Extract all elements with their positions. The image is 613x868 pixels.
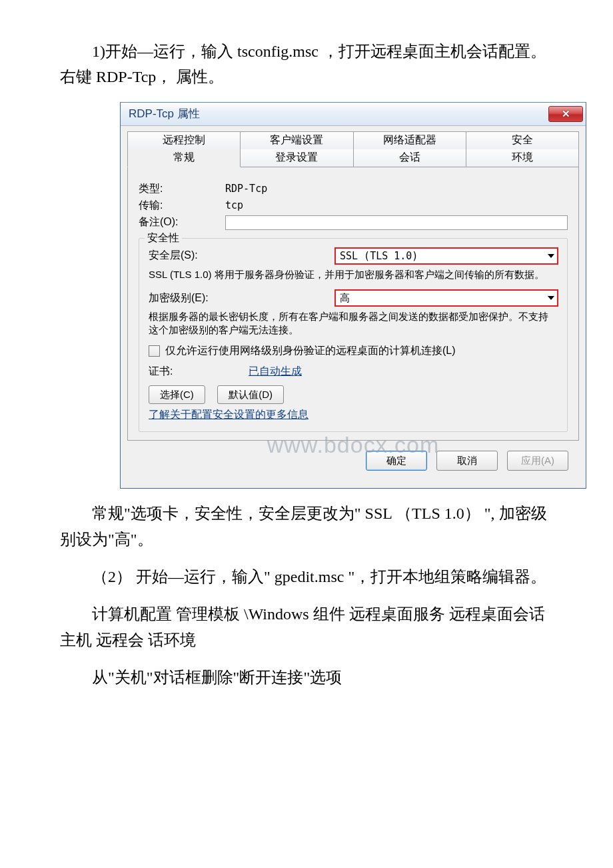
certificate-value-link[interactable]: 已自动生成 (249, 365, 302, 379)
close-button[interactable]: ✕ (548, 106, 583, 122)
tab-logon-settings[interactable]: 登录设置 (240, 149, 353, 167)
apply-button[interactable]: 应用(A) (507, 451, 568, 471)
security-layer-value: SSL (TLS 1.0) (340, 250, 418, 262)
encryption-level-combo[interactable]: 高 (335, 290, 558, 306)
close-icon: ✕ (562, 108, 570, 120)
tab-container: 远程控制 客户端设置 网络适配器 安全 常规 登录设置 会话 环境 类型: (127, 131, 579, 441)
encryption-level-desc: 根据服务器的最长密钥长度，所有在客户端和服务器之间发送的数据都受加密保护。不支持… (149, 310, 558, 336)
security-layer-label: 安全层(S): (149, 249, 335, 263)
screenshot-dialog: RDP-Tcp 属性 ✕ 远程控制 客户端设置 网络适配器 安全 常规 登录设置 (120, 102, 586, 489)
tab-environment[interactable]: 环境 (466, 149, 579, 167)
nla-checkbox[interactable] (149, 345, 160, 357)
select-cert-button[interactable]: 选择(C) (149, 385, 205, 404)
security-groupbox: 安全性 安全层(S): SSL (TLS 1.0) SSL (TLS 1.0) … (139, 238, 568, 433)
paragraph-4: 计算机配置 管理模板 \Windows 组件 远程桌面服务 远程桌面会话主机 远… (60, 601, 553, 653)
cancel-button[interactable]: 取消 (436, 451, 498, 471)
paragraph-5: 从"关机"对话框删除"断开连接"选项 (60, 665, 553, 690)
security-layer-desc: SSL (TLS 1.0) 将用于服务器身份验证，并用于加密服务器和客户端之间传… (149, 268, 558, 281)
ok-button[interactable]: 确定 (366, 451, 427, 471)
tab-panel-general: 类型: RDP-Tcp 传输: tcp 备注(O): 安全性 (127, 167, 579, 441)
encryption-level-label: 加密级别(E): (149, 291, 335, 305)
transport-label: 传输: (139, 199, 225, 213)
type-value: RDP-Tcp (225, 183, 267, 195)
paragraph-3: （2） 开始—运行，输入" gpedit.msc "，打开本地组策略编辑器。 (60, 564, 553, 589)
tab-general[interactable]: 常规 (127, 149, 241, 167)
encryption-level-value: 高 (340, 292, 350, 305)
paragraph-1: 1)开始—运行，输入 tsconfig.msc ，打开远程桌面主机会话配置。右键… (60, 39, 553, 90)
tab-network-adapter[interactable]: 网络适配器 (353, 131, 466, 149)
dialog-titlebar: RDP-Tcp 属性 ✕ (121, 103, 586, 126)
security-layer-combo[interactable]: SSL (TLS 1.0) (335, 248, 558, 264)
tab-sessions[interactable]: 会话 (353, 149, 466, 167)
security-group-title: 安全性 (145, 231, 182, 245)
tab-security[interactable]: 安全 (466, 131, 579, 149)
transport-value: tcp (225, 199, 243, 211)
chevron-down-icon (548, 296, 554, 300)
comment-label: 备注(O): (139, 215, 225, 229)
paragraph-2: 常规"选项卡，安全性，安全层更改为" SSL （TLS 1.0） ", 加密级别… (60, 501, 553, 552)
chevron-down-icon (548, 254, 554, 258)
dialog-title: RDP-Tcp 属性 (129, 106, 200, 121)
comment-input[interactable] (225, 215, 568, 230)
default-cert-button[interactable]: 默认值(D) (217, 385, 284, 404)
type-label: 类型: (139, 182, 225, 196)
nla-checkbox-label: 仅允许运行使用网络级别身份验证的远程桌面的计算机连接(L) (165, 344, 456, 358)
tab-client-settings[interactable]: 客户端设置 (240, 131, 353, 149)
certificate-label: 证书: (149, 365, 249, 379)
learn-more-link[interactable]: 了解关于配置安全设置的更多信息 (149, 409, 308, 420)
tab-remote-control[interactable]: 远程控制 (127, 131, 241, 149)
